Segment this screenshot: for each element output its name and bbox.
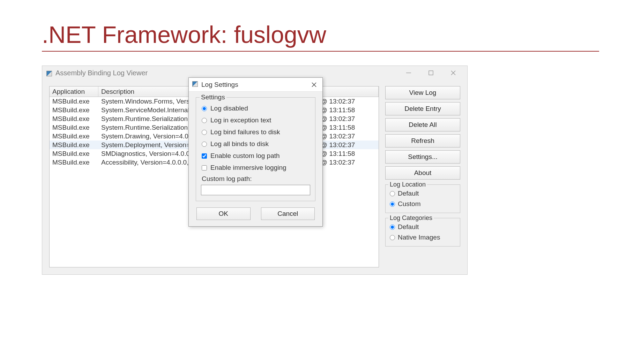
opt-log-allbinds[interactable]: Log all binds to disk — [201, 138, 310, 150]
slide-title: .NET Framework: fuslogvw — [42, 21, 599, 48]
log-categories-native[interactable]: Native Images — [389, 232, 456, 243]
log-location-custom-radio[interactable] — [390, 202, 395, 207]
maximize-button[interactable] — [425, 68, 437, 78]
log-location-custom-text: Custom — [398, 200, 420, 208]
settings-group-label: Settings — [200, 93, 226, 101]
log-settings-dialog: Log Settings Settings Log disabled Log i… — [188, 77, 323, 227]
log-categories-default-radio[interactable] — [390, 225, 395, 230]
opt-log-disabled[interactable]: Log disabled — [201, 103, 310, 114]
cancel-button[interactable]: Cancel — [261, 207, 315, 220]
app-icon — [46, 70, 52, 76]
opt-custom-path-text: Enable custom log path — [210, 152, 280, 160]
ok-button[interactable]: OK — [196, 207, 251, 220]
refresh-button[interactable]: Refresh — [385, 134, 460, 147]
cell-application: MSBuild.exe — [50, 141, 98, 149]
opt-log-disabled-radio[interactable] — [202, 106, 207, 111]
opt-immersive-checkbox[interactable] — [202, 165, 207, 170]
svg-rect-1 — [429, 71, 433, 75]
settings-group: Settings Log disabled Log in exception t… — [196, 97, 315, 201]
opt-log-failures-text: Log bind failures to disk — [210, 128, 280, 136]
log-location-group: Log Location Default Custom — [385, 184, 460, 213]
log-categories-label: Log Categories — [388, 214, 434, 222]
opt-log-failures[interactable]: Log bind failures to disk — [201, 126, 310, 138]
cell-application: MSBuild.exe — [50, 98, 98, 105]
log-location-default-radio[interactable] — [390, 191, 395, 196]
log-location-label: Log Location — [388, 181, 427, 188]
cell-application: MSBuild.exe — [50, 150, 98, 158]
opt-log-failures-radio[interactable] — [202, 130, 207, 135]
log-categories-default-text: Default — [398, 223, 419, 231]
window-title: Assembly Binding Log Viewer — [55, 69, 402, 77]
opt-log-allbinds-radio[interactable] — [202, 142, 207, 147]
opt-log-disabled-text: Log disabled — [210, 105, 248, 112]
column-application[interactable]: Application — [50, 86, 98, 97]
cell-application: MSBuild.exe — [50, 159, 98, 166]
log-categories-default[interactable]: Default — [389, 222, 456, 232]
dialog-close-button[interactable] — [309, 80, 319, 90]
about-button[interactable]: About — [385, 166, 460, 180]
opt-custom-path-checkbox[interactable] — [202, 153, 207, 159]
opt-custom-path[interactable]: Enable custom log path — [201, 150, 310, 162]
dialog-title: Log Settings — [201, 81, 309, 89]
log-location-default-text: Default — [398, 190, 419, 197]
dialog-app-icon — [192, 81, 198, 89]
cell-application: MSBuild.exe — [50, 106, 98, 114]
log-categories-group: Log Categories Default Native Images — [385, 218, 460, 247]
opt-log-exception-radio[interactable] — [202, 118, 207, 123]
opt-log-exception-text: Log in exception text — [210, 116, 271, 124]
minimize-button[interactable] — [402, 68, 415, 78]
custom-log-path-input[interactable] — [201, 185, 310, 195]
opt-immersive-text: Enable immersive logging — [210, 164, 286, 172]
opt-log-allbinds-text: Log all binds to disk — [210, 140, 269, 148]
delete-all-button[interactable]: Delete All — [385, 118, 460, 131]
settings-button[interactable]: Settings... — [385, 150, 460, 164]
opt-immersive[interactable]: Enable immersive logging — [201, 162, 310, 174]
opt-log-exception[interactable]: Log in exception text — [201, 114, 310, 126]
dialog-titlebar: Log Settings — [189, 78, 322, 92]
title-divider — [42, 51, 599, 52]
log-categories-native-text: Native Images — [398, 234, 440, 241]
close-button[interactable] — [447, 68, 460, 78]
log-categories-native-radio[interactable] — [390, 235, 395, 240]
log-location-default[interactable]: Default — [389, 188, 456, 199]
view-log-button[interactable]: View Log — [385, 86, 460, 99]
log-location-custom[interactable]: Custom — [389, 199, 456, 209]
cell-application: MSBuild.exe — [50, 124, 98, 131]
cell-application: MSBuild.exe — [50, 115, 98, 123]
right-pane: View Log Delete Entry Delete All Refresh… — [385, 86, 460, 267]
custom-log-path-label: Custom log path: — [201, 174, 310, 185]
cell-application: MSBuild.exe — [50, 132, 98, 140]
delete-entry-button[interactable]: Delete Entry — [385, 102, 460, 115]
